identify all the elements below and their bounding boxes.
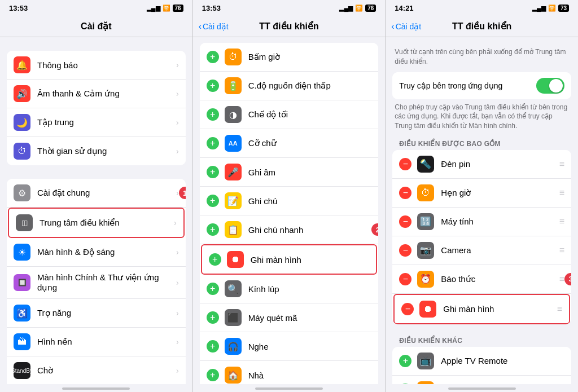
signal-icon: ▂▄▆ <box>147 5 160 12</box>
remove-button[interactable]: − <box>399 187 411 199</box>
add-button[interactable]: + <box>207 80 219 92</box>
list-item[interactable]: 🌙 Tập trung › <box>7 108 186 137</box>
status-icons-2: ▂▄▆ 🛜 76 <box>339 5 376 12</box>
add-button[interactable]: + <box>207 311 219 324</box>
settings-list-1[interactable]: 🔔 Thông báo › 🔊 Âm thanh & Cảm ứng › 🌙 T… <box>0 37 192 384</box>
included-item-timer[interactable]: − ⏱ Hẹn giờ ≡ <box>392 179 571 208</box>
included-controls-group: − 🔦 Đèn pin ≡ − ⏱ Hẹn giờ ≡ − 🔢 Máy tính <box>392 150 571 324</box>
add-button[interactable]: + <box>207 137 219 149</box>
included-item-alarm[interactable]: − ⏰ Báo thức ≡ 3 <box>392 265 571 294</box>
add-button[interactable]: + <box>209 253 221 266</box>
drag-handle-icon[interactable]: ≡ <box>557 304 562 314</box>
add-button[interactable]: + <box>207 340 219 353</box>
add-button[interactable]: + <box>207 108 219 121</box>
list-item[interactable]: 🏔 Hình nền › <box>7 328 186 356</box>
list-item-screenrecord[interactable]: + ⏺ Ghi màn hình <box>201 244 378 275</box>
status-bar-1: 13:53 ▂▄▆ 🛜 76 <box>0 0 192 16</box>
add-button[interactable]: + <box>399 384 411 384</box>
item-label: Camera <box>441 245 557 255</box>
item-label: Chờ <box>37 365 176 376</box>
add-button[interactable]: + <box>207 223 219 236</box>
add-button[interactable]: + <box>399 355 411 367</box>
other-item-stopwatch[interactable]: + ⏱ Bấm giờ <box>392 376 571 384</box>
in-app-toggle-row[interactable]: Truy cập bên trong ứng dụng <box>392 72 571 99</box>
list-item-scanner[interactable]: + ⬛ Máy quét mã <box>200 303 379 332</box>
list-item[interactable]: ☀ Màn hình & Độ sáng › <box>7 238 186 267</box>
add-button[interactable]: + <box>207 51 219 63</box>
status-bar-3: 14:21 ▂▄▆ 🛜 73 <box>386 0 578 16</box>
display-icon: ☀ <box>14 244 30 261</box>
add-items-group: + ⏱ Bấm giờ + 🔋 C.độ nguồn điện thấp + ◑… <box>200 43 379 384</box>
back-chevron-icon: ‹ <box>391 21 394 32</box>
list-item[interactable]: ♿ Trợ năng › <box>7 299 186 328</box>
remove-button[interactable]: − <box>401 303 414 315</box>
remove-button[interactable]: − <box>399 273 411 285</box>
signal-icon: ▂▄▆ <box>339 5 353 12</box>
item-icon: ⬛ <box>225 309 242 326</box>
back-button-3[interactable]: ‹ Cài đặt <box>391 21 421 32</box>
item-label: Hình nền <box>37 337 176 347</box>
chevron-icon: › <box>176 337 179 346</box>
wifi-icon: 🛜 <box>163 5 170 12</box>
in-app-toggle[interactable] <box>536 78 564 94</box>
list-item-quicknote[interactable]: + 📋 Ghi chú nhanh 2 <box>200 215 379 244</box>
list-item[interactable]: 🔔 Thông báo › <box>7 51 186 80</box>
included-item-camera[interactable]: − 📷 Camera ≡ <box>392 236 571 265</box>
list-item-bamgio[interactable]: + ⏱ Bấm giờ <box>200 43 379 72</box>
settings-list-3[interactable]: Vuốt từ cạnh trên cùng bên phải xuống để… <box>386 37 578 384</box>
remove-button[interactable]: − <box>399 158 411 170</box>
list-item-fontsize[interactable]: + AA Cỡ chữ <box>200 129 379 158</box>
included-item-flashlight[interactable]: − 🔦 Đèn pin ≡ <box>392 150 571 179</box>
other-item-appletv[interactable]: + 📺 Apple TV Remote <box>392 347 571 376</box>
item-label: Nhà <box>248 371 372 380</box>
drag-handle-icon[interactable]: ≡ <box>559 188 564 198</box>
item-label: Màn hình Chính & Thư viện ứng dụng <box>37 272 176 293</box>
item-icon: 📝 <box>225 192 242 209</box>
list-item-hear[interactable]: + 🎧 Nghe <box>200 332 379 361</box>
back-button-2[interactable]: ‹ Cài đặt <box>199 21 229 32</box>
included-item-calc[interactable]: − 🔢 Máy tính ≡ <box>392 208 571 236</box>
back-chevron-icon: ‹ <box>199 21 202 32</box>
item-label: Trung tâm điều khiển <box>40 218 174 228</box>
list-item[interactable]: 🔲 Màn hình Chính & Thư viện ứng dụng › <box>7 267 186 299</box>
list-item-control-center[interactable]: ◫ Trung tâm điều khiển › <box>8 208 185 238</box>
sound-icon: 🔊 <box>14 85 30 102</box>
list-item[interactable]: 🔊 Âm thanh & Cảm ứng › <box>7 80 186 108</box>
included-item-screenrecord[interactable]: − ⏺ Ghi màn hình ≡ <box>393 294 570 324</box>
list-item-notes[interactable]: + 📝 Ghi chú <box>200 187 379 215</box>
status-icons-3: ▂▄▆ 🛜 73 <box>532 5 569 12</box>
add-button[interactable]: + <box>207 283 219 295</box>
drag-handle-icon[interactable]: ≡ <box>559 159 564 169</box>
drag-handle-icon[interactable]: ≡ <box>559 245 564 256</box>
list-item[interactable]: StandBy Chờ › <box>7 356 186 384</box>
home-indicator <box>0 384 192 392</box>
list-item-general[interactable]: ⚙ Cài đặt chung › 1 <box>7 179 186 208</box>
remove-button[interactable]: − <box>399 244 411 257</box>
signal-icon: ▂▄▆ <box>532 5 546 12</box>
chevron-icon: › <box>176 118 179 127</box>
item-icon: AA <box>225 135 242 152</box>
item-icon: 🎧 <box>225 338 242 355</box>
add-button[interactable]: + <box>207 369 219 381</box>
item-label: Ghi âm <box>248 168 372 177</box>
list-item-darkmode[interactable]: + ◑ Chế độ tối <box>200 100 379 129</box>
add-button[interactable]: + <box>207 195 219 207</box>
toggle-group: Truy cập bên trong ứng dụng <box>392 72 571 99</box>
section-header-other: ĐIỀU KHIỂN KHÁC <box>386 333 578 347</box>
time-3: 14:21 <box>395 4 413 12</box>
list-item-voicememo[interactable]: + 🎤 Ghi âm <box>200 158 379 187</box>
item-icon: ◑ <box>225 106 242 123</box>
item-icon: ⏰ <box>417 271 434 288</box>
drag-handle-icon[interactable]: ≡ <box>559 274 564 284</box>
list-item-lowpower[interactable]: + 🔋 C.độ nguồn điện thấp <box>200 72 379 100</box>
add-button[interactable]: + <box>207 166 219 178</box>
item-label: Nghe <box>248 342 372 351</box>
item-icon: 🎤 <box>225 164 242 180</box>
list-item-magnifier[interactable]: + 🔍 Kính lúp <box>200 275 379 303</box>
item-icon: ⏱ <box>225 49 242 65</box>
remove-button[interactable]: − <box>399 215 411 228</box>
drag-handle-icon[interactable]: ≡ <box>559 217 564 227</box>
list-item-home[interactable]: + 🏠 Nhà <box>200 361 379 384</box>
list-item[interactable]: ⏱ Thời gian sử dụng › <box>7 137 186 165</box>
settings-list-2[interactable]: + ⏱ Bấm giờ + 🔋 C.độ nguồn điện thấp + ◑… <box>193 37 386 384</box>
